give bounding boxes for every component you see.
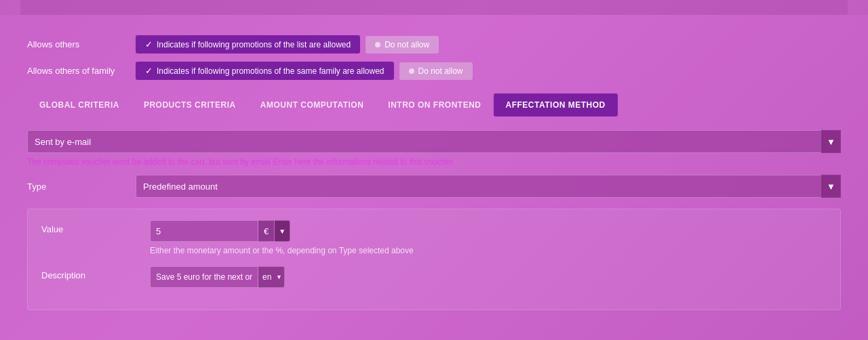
allows-others-family-options: ✓ Indicates if following promotions of t…	[136, 62, 473, 80]
tab-products-criteria[interactable]: PRODUCTS CRITERIA	[132, 93, 248, 116]
allows-family-option2[interactable]: Do not allow	[399, 62, 473, 80]
main-container: Allows others ✓ Indicates if following p…	[0, 15, 868, 340]
allows-family-option2-label: Do not allow	[418, 66, 463, 76]
lang-dropdown-wrapper: en fr de ▼	[258, 266, 285, 288]
dot-icon	[375, 42, 380, 47]
tab-affectation-method[interactable]: AFFECTATION METHOD	[494, 93, 618, 116]
description-input-group: en fr de ▼	[150, 266, 827, 288]
description-label: Description	[41, 266, 150, 280]
value-controls: € ▼ Either the monetary amount or the %,…	[150, 220, 827, 255]
description-input[interactable]	[150, 266, 258, 288]
allows-others-family-label: Allows others of family	[27, 66, 136, 76]
checkmark-icon-family: ✓	[145, 66, 153, 76]
allows-others-option2[interactable]: Do not allow	[366, 36, 439, 54]
value-hint: Either the monetary amount or the %, dep…	[150, 246, 827, 255]
checkmark-icon: ✓	[145, 39, 153, 49]
type-row: Type Predefined amount Percentage Free s…	[27, 175, 841, 198]
value-field-row: Value € ▼ Either the monetary amount or …	[41, 220, 827, 255]
lang-select[interactable]: en fr de	[258, 266, 285, 288]
allows-others-row: Allows others ✓ Indicates if following p…	[27, 35, 841, 54]
value-input[interactable]	[150, 220, 258, 242]
currency-group: € ▼	[258, 220, 290, 242]
allows-others-option1[interactable]: ✓ Indicates if following promotions of t…	[136, 35, 360, 54]
method-dropdown-wrapper: Sent by e-mail Added to cart Coupon code…	[27, 130, 841, 153]
tab-intro-frontend[interactable]: INTRO ON FRONTEND	[376, 93, 493, 116]
type-dropdown[interactable]: Predefined amount Percentage Free shippi…	[136, 175, 841, 198]
value-label: Value	[41, 220, 150, 234]
currency-dropdown-button[interactable]: ▼	[275, 220, 290, 242]
allows-others-options: ✓ Indicates if following promotions of t…	[136, 35, 439, 54]
type-dropdown-inner-wrapper: Predefined amount Percentage Free shippi…	[136, 175, 841, 198]
description-field-row: Description en fr de ▼	[41, 266, 827, 288]
method-dropdown-row: Sent by e-mail Added to cart Coupon code…	[27, 130, 841, 153]
tab-amount-computation[interactable]: AMOUNT COMPUTATION	[248, 93, 376, 116]
value-input-group: € ▼	[150, 220, 827, 242]
tab-global-criteria[interactable]: GLOBAL CRITERIA	[27, 93, 132, 116]
allows-others-label: Allows others	[27, 39, 136, 49]
allows-others-option1-label: Indicates if following promotions of the…	[157, 40, 351, 49]
allows-others-family-row: Allows others of family ✓ Indicates if f…	[27, 62, 841, 80]
dot-icon-family	[409, 68, 414, 74]
allows-others-option2-label: Do not allow	[384, 40, 429, 49]
inner-card: Value € ▼ Either the monetary amount or …	[27, 209, 841, 310]
method-hint: The computed voucher wont be added to th…	[27, 157, 841, 167]
top-strip	[20, 0, 848, 15]
type-label: Type	[27, 182, 136, 192]
content-area: Sent by e-mail Added to cart Coupon code…	[27, 130, 841, 310]
tabs-container: GLOBAL CRITERIA PRODUCTS CRITERIA AMOUNT…	[27, 93, 841, 116]
allows-family-option1-label: Indicates if following promotions of the…	[157, 66, 384, 76]
currency-symbol: €	[258, 220, 275, 242]
type-dropdown-wrapper: Predefined amount Percentage Free shippi…	[136, 175, 841, 198]
method-dropdown[interactable]: Sent by e-mail Added to cart Coupon code	[27, 130, 841, 153]
description-controls: en fr de ▼	[150, 266, 827, 288]
allows-family-option1[interactable]: ✓ Indicates if following promotions of t…	[136, 62, 394, 80]
